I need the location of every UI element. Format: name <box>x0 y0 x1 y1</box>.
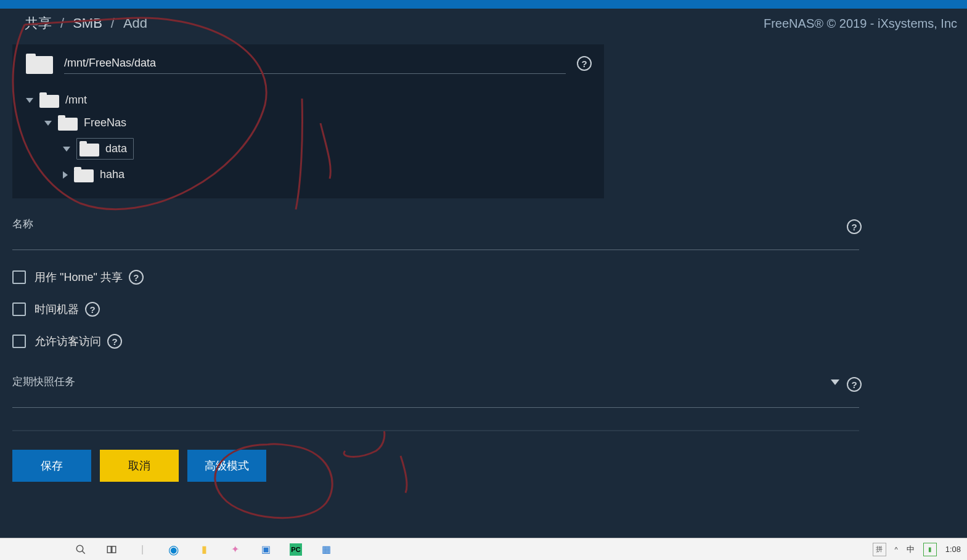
tree-node-label: /mnt <box>65 94 87 107</box>
guest-access-label: 允许访客访问 ? <box>35 334 122 349</box>
breadcrumb-item-smb[interactable]: SMB <box>73 15 102 31</box>
chevron-down-icon[interactable] <box>26 98 33 103</box>
folder-icon <box>26 53 53 74</box>
svg-rect-2 <box>107 546 111 553</box>
folder-icon <box>74 167 94 182</box>
path-selector-card: ? /mnt FreeNas da <box>12 44 604 198</box>
checkbox-text: 允许访客访问 <box>35 334 101 349</box>
svg-rect-3 <box>112 546 116 553</box>
name-field-row: 名称 ? <box>12 217 859 250</box>
svg-point-0 <box>76 545 83 552</box>
path-input-row: ? <box>21 53 592 74</box>
chevron-down-icon[interactable] <box>44 121 52 126</box>
task-view-icon[interactable] <box>105 543 118 556</box>
copyright-text: FreeNAS® © 2019 - iXsystems, Inc <box>764 17 957 31</box>
ime-lang[interactable]: 中 <box>907 544 915 555</box>
breadcrumb-item-add: Add <box>123 15 147 31</box>
use-home-checkbox[interactable] <box>12 270 26 284</box>
chevron-down-icon[interactable] <box>63 147 70 152</box>
tree-node-label: data <box>105 142 127 155</box>
breadcrumb-item-share[interactable]: 共享 <box>25 14 52 33</box>
app-icon-2[interactable]: ▣ <box>259 543 272 556</box>
guest-access-row: 允许访客访问 ? <box>12 325 859 357</box>
snapshot-task-row: 定期快照任务 ? <box>12 375 859 408</box>
folder-icon <box>39 92 59 108</box>
folder-icon <box>80 141 99 156</box>
form-fields: 名称 ? 用作 "Home" 共享 ? 时间机器 ? 允许访客访问 ? <box>12 198 859 500</box>
taskbar-divider: | <box>136 543 149 556</box>
cancel-button[interactable]: 取消 <box>100 450 179 482</box>
tray-icon[interactable]: 拼 <box>873 543 886 556</box>
snapshot-task-label: 定期快照任务 <box>12 376 75 388</box>
breadcrumb-bar: 共享 / SMB / Add FreeNAS® © 2019 - iXsyste… <box>0 9 967 38</box>
windows-taskbar: | ◉ ▮ ✦ ▣ PC ▦ 拼 ^ 中 ▮ 1:08 <box>0 538 967 560</box>
svg-line-1 <box>82 551 85 554</box>
pycharm-icon[interactable]: PC <box>290 543 302 556</box>
edge-icon[interactable]: ◉ <box>166 543 180 556</box>
tree-node-data[interactable]: data <box>63 134 592 163</box>
explorer-icon[interactable]: ▮ <box>197 543 211 556</box>
help-icon[interactable]: ? <box>107 334 122 349</box>
app-icon-3[interactable]: ▦ <box>319 543 333 556</box>
breadcrumb-separator: / <box>111 15 115 31</box>
name-input[interactable] <box>12 232 859 250</box>
help-icon[interactable]: ? <box>577 56 592 71</box>
help-icon[interactable]: ? <box>847 377 862 392</box>
help-icon[interactable]: ? <box>85 302 100 317</box>
tree-node-label: haha <box>100 168 124 181</box>
help-icon[interactable]: ? <box>847 219 862 234</box>
tree-node-selected: data <box>76 138 134 160</box>
guest-access-checkbox[interactable] <box>12 335 26 348</box>
time-machine-label: 时间机器 ? <box>35 302 100 317</box>
save-button[interactable]: 保存 <box>12 450 91 482</box>
app-icon-1[interactable]: ✦ <box>228 543 242 556</box>
tray-chevron-icon[interactable]: ^ <box>895 546 898 553</box>
time-machine-checkbox[interactable] <box>12 302 26 316</box>
top-accent-bar <box>0 0 967 9</box>
breadcrumb-separator: / <box>60 15 64 31</box>
actions-bar: 保存 取消 高级模式 <box>12 430 859 500</box>
dropdown-caret-icon[interactable] <box>831 379 839 385</box>
taskbar-left: | ◉ ▮ ✦ ▣ PC ▦ <box>74 543 333 556</box>
tree-node-label: FreeNas <box>84 116 126 129</box>
use-home-row: 用作 "Home" 共享 ? <box>12 261 859 293</box>
battery-icon[interactable]: ▮ <box>923 543 937 556</box>
breadcrumb: 共享 / SMB / Add <box>25 14 147 33</box>
clock[interactable]: 1:08 <box>945 545 961 554</box>
snapshot-task-select[interactable] <box>12 390 859 408</box>
folder-icon <box>58 115 78 131</box>
tree-node-mnt[interactable]: /mnt <box>26 89 592 112</box>
use-home-label: 用作 "Home" 共享 ? <box>35 270 144 285</box>
search-icon[interactable] <box>74 543 88 556</box>
help-icon[interactable]: ? <box>129 270 144 285</box>
taskbar-right: 拼 ^ 中 ▮ 1:08 <box>873 543 961 556</box>
folder-tree: /mnt FreeNas data <box>21 89 592 186</box>
name-label: 名称 <box>12 218 33 230</box>
form-content: ? /mnt FreeNas da <box>0 38 967 500</box>
path-input[interactable] <box>64 53 566 74</box>
tree-node-freenas[interactable]: FreeNas <box>44 112 592 134</box>
checkbox-text: 时间机器 <box>35 302 79 317</box>
tree-node-haha[interactable]: haha <box>63 163 592 186</box>
chevron-right-icon[interactable] <box>63 171 68 179</box>
checkbox-text: 用作 "Home" 共享 <box>35 270 123 285</box>
time-machine-row: 时间机器 ? <box>12 293 859 325</box>
advanced-mode-button[interactable]: 高级模式 <box>187 450 266 482</box>
